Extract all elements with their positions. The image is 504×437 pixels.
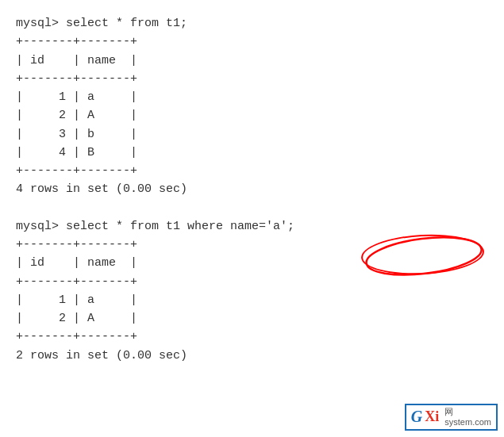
terminal-output: mysql> select * from t1;+-------+-------… <box>0 0 504 373</box>
watermark: G Xi 网system.com <box>405 404 498 431</box>
terminal-line: mysql> select * from t1; <box>16 14 488 33</box>
terminal-line: 4 rows in set (0.00 sec) <box>16 180 488 198</box>
watermark-g-letter: G <box>411 408 422 426</box>
terminal-line: +-------+-------+ <box>16 162 488 180</box>
watermark-xi-letter: Xi <box>425 408 439 425</box>
watermark-site: 网system.com <box>444 407 491 427</box>
terminal-line: +-------+-------+ <box>16 33 488 51</box>
terminal-line <box>16 199 488 217</box>
terminal-line: | 1 | a | <box>16 291 488 309</box>
terminal-line: | 2 | A | <box>16 106 488 125</box>
terminal-line: | id | name | <box>16 254 488 272</box>
terminal-line: mysql> select * from t1 where name='a'; <box>16 217 488 236</box>
watermark-box: G Xi 网system.com <box>405 404 498 431</box>
terminal-line: +-------+-------+ <box>16 328 488 346</box>
terminal-line: +-------+-------+ <box>16 236 488 254</box>
terminal-line: +-------+-------+ <box>16 70 488 88</box>
terminal-line: | 1 | a | <box>16 88 488 106</box>
terminal-line: | 3 | b | <box>16 125 488 144</box>
terminal-line: | id | name | <box>16 52 488 70</box>
terminal-line: | 2 | A | <box>16 309 488 328</box>
terminal-line: 2 rows in set (0.00 sec) <box>16 347 488 365</box>
terminal-line: +-------+-------+ <box>16 273 488 291</box>
terminal-line: | 4 | B | <box>16 144 488 162</box>
